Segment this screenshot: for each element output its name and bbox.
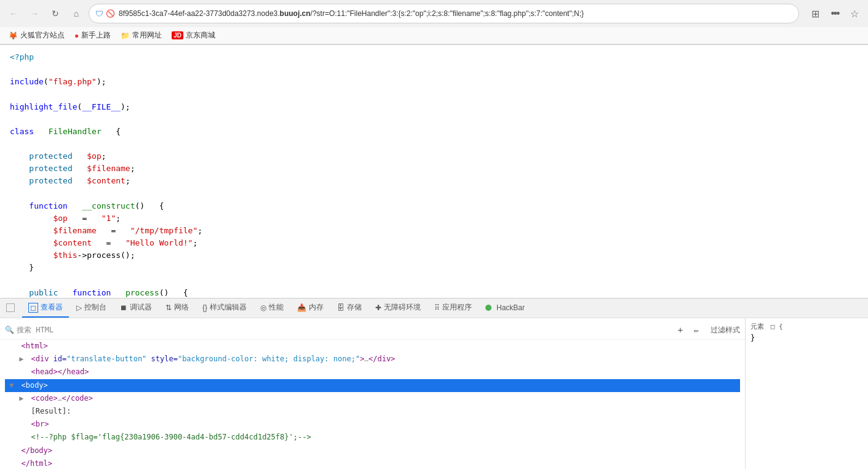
body-arrow[interactable]: ▼ <box>9 380 17 391</box>
bookmark-foxsite-label: 火狐官方站点 <box>20 30 65 41</box>
devtools-body: 🔍 搜索 HTML + ✏ 过滤样式 <html> ▶ <div id <box>0 318 868 469</box>
nav-bar: ← → ↻ ⌂ 🛡 🚫 8f9585c1-3ca7-44ef-aa22-3773… <box>0 0 868 27</box>
tab-hackbar[interactable]: HackBar <box>479 299 531 318</box>
br-tag: <br> <box>31 420 49 428</box>
tab-accessibility[interactable]: ✚ 无障碍环境 <box>369 299 427 318</box>
code-line-9: protected $op; <box>10 150 858 162</box>
tab-inspector[interactable] <box>2 299 21 318</box>
tree-html-close[interactable]: </html> <box>5 457 740 469</box>
accessibility-icon: ✚ <box>375 303 381 312</box>
common-icon: 📁 <box>121 31 130 40</box>
code-end-tag: </code> <box>62 394 93 403</box>
div-id-attr: id= <box>54 355 67 363</box>
page-content: <?php include("flag.php"); highlight_fil… <box>0 45 868 298</box>
code-line-16: $content = "Hello World!"; <box>10 237 858 249</box>
bookmark-foxsite[interactable]: 🦊 火狐官方站点 <box>5 29 68 42</box>
shield-icon: 🛡 <box>95 9 103 18</box>
html-panel-toolbar: 🔍 搜索 HTML + ✏ 过滤样式 <box>0 321 745 340</box>
tab-console[interactable]: ▷ 控制台 <box>70 299 113 318</box>
add-node-button[interactable]: + <box>674 323 687 337</box>
memory-icon: 📥 <box>297 303 306 312</box>
star-button[interactable]: ☆ <box>846 5 863 22</box>
debugger-icon: ⏹ <box>120 303 127 312</box>
viewer-icon: ◻ <box>28 303 38 313</box>
ellipsis: … <box>364 355 368 363</box>
newbie-icon: ● <box>74 31 79 40</box>
address-bar-icons: 🛡 🚫 <box>95 9 115 18</box>
tree-body[interactable]: ▼ <body> <box>5 379 740 392</box>
code-line-18: } <box>10 262 858 274</box>
tab-debugger[interactable]: ⏹ 调试器 <box>114 299 158 318</box>
style-label: 样式编辑器 <box>210 302 247 313</box>
html-tag-open: <html> <box>21 342 47 350</box>
code-arrow[interactable]: ▶ <box>19 393 26 404</box>
hackbar-label: HackBar <box>496 303 525 312</box>
styles-panel: 元素 □ { } <box>745 318 868 469</box>
bookmark-common-label: 常用网址 <box>132 30 162 41</box>
forward-button[interactable]: → <box>26 5 43 22</box>
browser-menu: ⊞ ••• ☆ <box>806 5 863 22</box>
tab-style-editor[interactable]: {} 样式编辑器 <box>196 299 253 318</box>
style-icon: {} <box>202 303 207 312</box>
browser-chrome: ← → ↻ ⌂ 🛡 🚫 8f9585c1-3ca7-44ef-aa22-3773… <box>0 0 868 45</box>
code-line-1: <?php <box>10 51 858 63</box>
div-translate-arrow[interactable]: ▶ <box>19 353 26 365</box>
network-icon: ⇅ <box>165 303 172 312</box>
tree-comment-flag[interactable]: <!--?php $flag='flag{230a1906-3900-4ad4-… <box>5 431 740 444</box>
tab-performance[interactable]: ◎ 性能 <box>254 299 290 318</box>
search-icon: 🔍 <box>5 326 14 334</box>
console-label: 控制台 <box>84 302 106 313</box>
tab-viewer[interactable]: ◻ 查看器 <box>22 299 69 318</box>
filter-styles-label: 过滤样式 <box>711 325 740 335</box>
url-suffix: /?str=O:11:"FileHandler":3:{s:2:"op";i:2… <box>311 9 584 18</box>
warning-icon: 🚫 <box>106 9 115 18</box>
jd-icon: JD <box>172 31 183 39</box>
code-line-11: protected $content; <box>10 175 858 187</box>
refresh-button[interactable]: ↻ <box>47 5 64 22</box>
search-html-label: 搜索 HTML <box>17 325 671 335</box>
network-label: 网络 <box>174 302 189 313</box>
menu-more-button[interactable]: ••• <box>826 5 843 22</box>
tree-body-close[interactable]: </body> <box>5 444 740 457</box>
edit-node-button[interactable]: ✏ <box>690 323 703 337</box>
code-line-17: $this->process(); <box>10 249 858 262</box>
styles-body: } <box>751 334 863 342</box>
bookmark-newbie[interactable]: ● 新手上路 <box>71 29 114 42</box>
viewer-label: 查看器 <box>41 302 63 313</box>
head-tag: <head></head> <box>31 367 89 376</box>
code-line-2 <box>10 63 858 76</box>
tab-memory[interactable]: 📥 内存 <box>291 299 330 318</box>
hackbar-dot <box>485 305 492 311</box>
tree-result[interactable]: [Result]: <box>5 405 740 418</box>
tab-app[interactable]: ⠿ 应用程序 <box>428 299 478 318</box>
div-translate-end: </div> <box>368 355 395 363</box>
storage-label: 存储 <box>347 302 362 313</box>
back-button[interactable]: ← <box>5 5 22 22</box>
tab-storage[interactable]: 🗄 存储 <box>331 299 368 318</box>
tree-head[interactable]: <head></head> <box>5 366 740 379</box>
address-bar[interactable]: 🛡 🚫 8f9585c1-3ca7-44ef-aa22-3773d0da3273… <box>89 4 799 23</box>
home-button[interactable]: ⌂ <box>68 5 85 22</box>
styles-brace-close: } <box>751 334 755 342</box>
code-line-12 <box>10 188 858 200</box>
tree-div-translate[interactable]: ▶ <div id="translate-button" style="back… <box>5 353 740 366</box>
qr-button[interactable]: ⊞ <box>806 5 824 22</box>
bookmark-jd[interactable]: JD 京东商城 <box>168 29 219 42</box>
performance-icon: ◎ <box>260 303 266 312</box>
styles-brace-open: { <box>779 323 783 331</box>
div-style-value: "background-color: white; display: none;… <box>178 355 360 363</box>
devtools-toolbar: ◻ 查看器 ▷ 控制台 ⏹ 调试器 ⇅ 网络 {} 样式编辑器 ◎ 性能 📥 内… <box>0 299 868 318</box>
memory-label: 内存 <box>309 302 324 313</box>
code-line-20: public function process() { <box>10 287 858 298</box>
tab-network[interactable]: ⇅ 网络 <box>159 299 195 318</box>
code-tag: <code> <box>31 394 57 403</box>
console-icon: ▷ <box>76 303 82 312</box>
tree-code[interactable]: ▶ <code>…</code> <box>5 392 740 405</box>
code-line-7: class FileHandler { <box>10 126 858 138</box>
bookmarks-bar: 🦊 火狐官方站点 ● 新手上路 📁 常用网址 JD 京东商城 <box>0 27 868 44</box>
bookmark-common[interactable]: 📁 常用网址 <box>117 29 165 42</box>
tree-html[interactable]: <html> <box>5 340 740 353</box>
html-close-tag: </html> <box>21 459 52 468</box>
code-line-15: $filename = "/tmp/tmpfile"; <box>10 225 858 237</box>
tree-br[interactable]: <br> <box>5 418 740 431</box>
